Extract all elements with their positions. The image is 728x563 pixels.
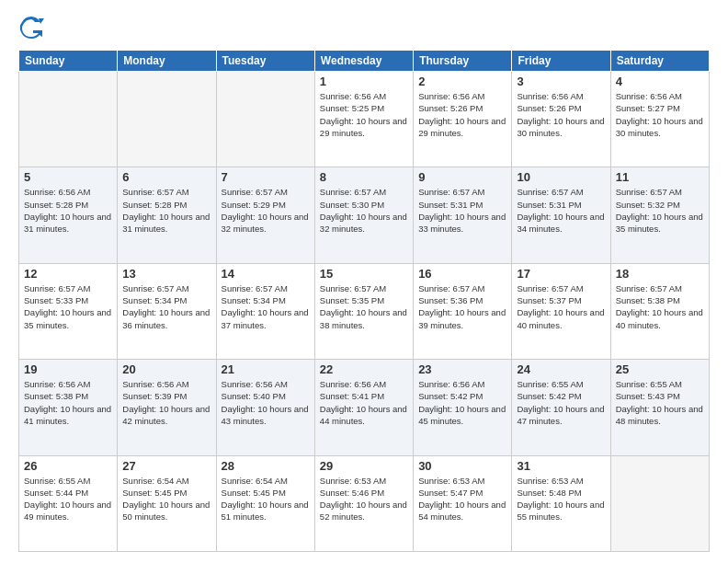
calendar-cell: 3Sunrise: 6:56 AM Sunset: 5:26 PM Daylig… — [512, 72, 610, 167]
day-info: Sunrise: 6:57 AM Sunset: 5:33 PM Dayligh… — [24, 282, 112, 331]
day-number: 27 — [122, 459, 210, 473]
weekday-header-row: SundayMondayTuesdayWednesdayThursdayFrid… — [19, 51, 710, 72]
day-number: 26 — [24, 459, 112, 473]
logo — [18, 15, 48, 40]
calendar-cell: 4Sunrise: 6:56 AM Sunset: 5:27 PM Daylig… — [610, 72, 709, 167]
calendar-cell: 14Sunrise: 6:57 AM Sunset: 5:34 PM Dayli… — [216, 263, 314, 359]
calendar-cell: 31Sunrise: 6:53 AM Sunset: 5:48 PM Dayli… — [512, 455, 610, 551]
calendar-cell: 21Sunrise: 6:56 AM Sunset: 5:40 PM Dayli… — [216, 360, 314, 455]
calendar-cell: 30Sunrise: 6:53 AM Sunset: 5:47 PM Dayli… — [414, 455, 512, 551]
day-number: 7 — [222, 170, 310, 184]
day-number: 8 — [320, 170, 408, 184]
weekday-header-friday: Friday — [512, 51, 610, 72]
calendar: SundayMondayTuesdayWednesdayThursdayFrid… — [18, 50, 710, 552]
day-info: Sunrise: 6:53 AM Sunset: 5:48 PM Dayligh… — [517, 475, 605, 523]
day-info: Sunrise: 6:54 AM Sunset: 5:45 PM Dayligh… — [222, 475, 310, 523]
day-info: Sunrise: 6:56 AM Sunset: 5:26 PM Dayligh… — [418, 90, 506, 139]
day-number: 20 — [122, 362, 210, 376]
calendar-cell: 5Sunrise: 6:56 AM Sunset: 5:28 PM Daylig… — [19, 167, 118, 263]
weekday-header-thursday: Thursday — [414, 51, 512, 72]
day-info: Sunrise: 6:57 AM Sunset: 5:31 PM Dayligh… — [418, 186, 506, 235]
calendar-cell: 7Sunrise: 6:57 AM Sunset: 5:29 PM Daylig… — [216, 167, 314, 263]
weekday-header-saturday: Saturday — [610, 51, 709, 72]
day-number: 11 — [616, 170, 704, 184]
day-number: 5 — [24, 170, 112, 184]
weekday-header-wednesday: Wednesday — [314, 51, 413, 72]
day-info: Sunrise: 6:56 AM Sunset: 5:26 PM Dayligh… — [517, 90, 605, 139]
calendar-week-row: 19Sunrise: 6:56 AM Sunset: 5:38 PM Dayli… — [19, 360, 710, 455]
calendar-cell: 17Sunrise: 6:57 AM Sunset: 5:37 PM Dayli… — [512, 263, 610, 359]
day-info: Sunrise: 6:55 AM Sunset: 5:44 PM Dayligh… — [24, 475, 112, 523]
calendar-cell — [216, 72, 314, 167]
calendar-cell: 29Sunrise: 6:53 AM Sunset: 5:46 PM Dayli… — [314, 455, 413, 551]
weekday-header-tuesday: Tuesday — [216, 51, 314, 72]
calendar-cell: 10Sunrise: 6:57 AM Sunset: 5:31 PM Dayli… — [512, 167, 610, 263]
day-number: 9 — [418, 170, 506, 184]
day-info: Sunrise: 6:57 AM Sunset: 5:37 PM Dayligh… — [517, 282, 605, 331]
calendar-cell: 24Sunrise: 6:55 AM Sunset: 5:42 PM Dayli… — [512, 360, 610, 455]
day-info: Sunrise: 6:57 AM Sunset: 5:32 PM Dayligh… — [616, 186, 704, 235]
calendar-cell — [610, 455, 709, 551]
calendar-cell: 11Sunrise: 6:57 AM Sunset: 5:32 PM Dayli… — [610, 167, 709, 263]
day-number: 13 — [122, 267, 210, 281]
day-number: 21 — [222, 362, 310, 376]
logo-icon — [18, 15, 44, 40]
day-info: Sunrise: 6:57 AM Sunset: 5:36 PM Dayligh… — [418, 282, 506, 331]
calendar-cell: 15Sunrise: 6:57 AM Sunset: 5:35 PM Dayli… — [314, 263, 413, 359]
day-info: Sunrise: 6:57 AM Sunset: 5:38 PM Dayligh… — [616, 282, 704, 331]
day-number: 14 — [222, 267, 310, 281]
day-number: 6 — [122, 170, 210, 184]
day-number: 24 — [517, 362, 605, 376]
day-number: 16 — [418, 267, 506, 281]
day-number: 15 — [320, 267, 408, 281]
day-number: 4 — [616, 75, 704, 88]
day-info: Sunrise: 6:56 AM Sunset: 5:41 PM Dayligh… — [320, 378, 408, 427]
day-number: 2 — [418, 75, 506, 88]
calendar-cell: 13Sunrise: 6:57 AM Sunset: 5:34 PM Dayli… — [118, 263, 216, 359]
day-number: 18 — [616, 267, 704, 281]
calendar-cell: 12Sunrise: 6:57 AM Sunset: 5:33 PM Dayli… — [19, 263, 118, 359]
calendar-cell: 6Sunrise: 6:57 AM Sunset: 5:28 PM Daylig… — [118, 167, 216, 263]
day-info: Sunrise: 6:56 AM Sunset: 5:42 PM Dayligh… — [418, 378, 506, 427]
day-info: Sunrise: 6:56 AM Sunset: 5:38 PM Dayligh… — [24, 378, 112, 427]
day-number: 30 — [418, 459, 506, 473]
calendar-cell: 2Sunrise: 6:56 AM Sunset: 5:26 PM Daylig… — [414, 72, 512, 167]
calendar-week-row: 5Sunrise: 6:56 AM Sunset: 5:28 PM Daylig… — [19, 167, 710, 263]
day-number: 23 — [418, 362, 506, 376]
day-number: 22 — [320, 362, 408, 376]
calendar-cell — [118, 72, 216, 167]
day-info: Sunrise: 6:55 AM Sunset: 5:43 PM Dayligh… — [616, 378, 704, 427]
day-info: Sunrise: 6:57 AM Sunset: 5:34 PM Dayligh… — [122, 282, 210, 331]
calendar-cell: 20Sunrise: 6:56 AM Sunset: 5:39 PM Dayli… — [118, 360, 216, 455]
day-info: Sunrise: 6:56 AM Sunset: 5:27 PM Dayligh… — [616, 90, 704, 139]
calendar-cell: 18Sunrise: 6:57 AM Sunset: 5:38 PM Dayli… — [610, 263, 709, 359]
day-info: Sunrise: 6:53 AM Sunset: 5:46 PM Dayligh… — [320, 475, 408, 523]
day-info: Sunrise: 6:57 AM Sunset: 5:29 PM Dayligh… — [222, 186, 310, 235]
calendar-cell: 9Sunrise: 6:57 AM Sunset: 5:31 PM Daylig… — [414, 167, 512, 263]
day-number: 31 — [517, 459, 605, 473]
day-number: 29 — [320, 459, 408, 473]
day-info: Sunrise: 6:53 AM Sunset: 5:47 PM Dayligh… — [418, 475, 506, 523]
day-info: Sunrise: 6:57 AM Sunset: 5:31 PM Dayligh… — [517, 186, 605, 235]
calendar-cell: 1Sunrise: 6:56 AM Sunset: 5:25 PM Daylig… — [314, 72, 413, 167]
day-info: Sunrise: 6:57 AM Sunset: 5:30 PM Dayligh… — [320, 186, 408, 235]
calendar-cell: 22Sunrise: 6:56 AM Sunset: 5:41 PM Dayli… — [314, 360, 413, 455]
calendar-cell: 27Sunrise: 6:54 AM Sunset: 5:45 PM Dayli… — [118, 455, 216, 551]
calendar-cell — [19, 72, 118, 167]
weekday-header-sunday: Sunday — [19, 51, 118, 72]
day-number: 19 — [24, 362, 112, 376]
day-info: Sunrise: 6:56 AM Sunset: 5:28 PM Dayligh… — [24, 186, 112, 235]
calendar-cell: 26Sunrise: 6:55 AM Sunset: 5:44 PM Dayli… — [19, 455, 118, 551]
day-info: Sunrise: 6:56 AM Sunset: 5:40 PM Dayligh… — [222, 378, 310, 427]
calendar-cell: 28Sunrise: 6:54 AM Sunset: 5:45 PM Dayli… — [216, 455, 314, 551]
calendar-cell: 16Sunrise: 6:57 AM Sunset: 5:36 PM Dayli… — [414, 263, 512, 359]
day-info: Sunrise: 6:55 AM Sunset: 5:42 PM Dayligh… — [517, 378, 605, 427]
day-number: 28 — [222, 459, 310, 473]
calendar-week-row: 12Sunrise: 6:57 AM Sunset: 5:33 PM Dayli… — [19, 263, 710, 359]
page: SundayMondayTuesdayWednesdayThursdayFrid… — [0, 0, 728, 563]
calendar-cell: 25Sunrise: 6:55 AM Sunset: 5:43 PM Dayli… — [610, 360, 709, 455]
day-info: Sunrise: 6:57 AM Sunset: 5:28 PM Dayligh… — [122, 186, 210, 235]
header — [18, 15, 710, 40]
calendar-cell: 23Sunrise: 6:56 AM Sunset: 5:42 PM Dayli… — [414, 360, 512, 455]
calendar-cell: 19Sunrise: 6:56 AM Sunset: 5:38 PM Dayli… — [19, 360, 118, 455]
